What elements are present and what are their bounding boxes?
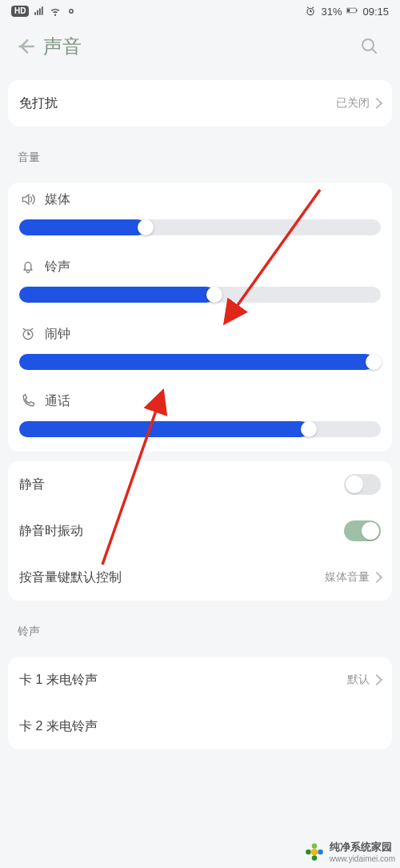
svg-point-10 [310, 848, 318, 855]
sim1-ringtone-label: 卡 1 来电铃声 [19, 672, 98, 689]
media-slider-thumb[interactable] [138, 219, 154, 235]
mute-toggle[interactable] [344, 474, 381, 495]
vibrate-mute-label: 静音时振动 [19, 523, 83, 540]
ringtone-card: 卡 1 来电铃声 默认 卡 2 来电铃声 [8, 657, 392, 749]
svg-point-11 [306, 849, 311, 854]
chevron-right-icon [371, 572, 382, 583]
ringtone-section-label: 铃声 [0, 610, 400, 647]
alarm-slider[interactable] [19, 354, 381, 370]
call-slider[interactable] [19, 421, 381, 437]
sim2-ringtone-row[interactable]: 卡 2 来电铃声 [19, 703, 381, 749]
phone-icon [19, 392, 37, 410]
alarm-slider-fill [19, 354, 374, 370]
vibrate-mute-toggle[interactable] [344, 520, 381, 541]
toggles-card: 静音 静音时振动 按音量键默认控制 媒体音量 [8, 461, 392, 601]
svg-rect-5 [347, 9, 350, 12]
page-header: 声音 [0, 22, 400, 70]
battery-percent: 31% [321, 6, 342, 18]
svg-point-12 [318, 849, 323, 854]
vol-key-row[interactable]: 按音量键默认控制 媒体音量 [19, 554, 381, 601]
alarm-slider-thumb[interactable] [366, 354, 382, 370]
status-right: 31% 09:15 [305, 6, 389, 18]
vol-key-label: 按音量键默认控制 [19, 569, 122, 586]
volume-media-label: 媒体 [45, 191, 70, 208]
volume-section-label: 音量 [0, 136, 400, 173]
vol-key-value: 媒体音量 [325, 570, 381, 585]
search-icon [360, 37, 379, 56]
sim1-ringtone-row[interactable]: 卡 1 来电铃声 默认 [19, 657, 381, 703]
volume-card: 媒体 铃声 闹钟 [8, 183, 392, 452]
chevron-right-icon [371, 674, 382, 685]
battery-icon [346, 6, 358, 17]
mute-row: 静音 [19, 461, 381, 508]
dnd-value: 已关闭 [336, 96, 381, 111]
alarm-icon [305, 6, 316, 17]
sim1-ringtone-value: 默认 [347, 673, 381, 687]
hd-badge: HD [11, 6, 29, 17]
volume-alarm-label: 闹钟 [45, 326, 70, 343]
watermark-url: www.yidaimei.com [330, 854, 395, 863]
dnd-label: 免打扰 [19, 95, 58, 112]
volume-call: 通话 [19, 384, 381, 452]
wifi-icon [50, 6, 61, 17]
search-button[interactable] [354, 30, 386, 62]
watermark: 纯净系统家园 www.yidaimei.com [304, 840, 395, 863]
dnd-card: 免打扰 已关闭 [8, 80, 392, 127]
clock: 09:15 [362, 6, 389, 18]
volume-alarm: 闹钟 [19, 317, 381, 384]
svg-rect-4 [357, 10, 358, 12]
back-button[interactable] [10, 30, 42, 62]
bell-icon [19, 258, 37, 275]
vibrate-mute-row: 静音时振动 [19, 508, 381, 554]
svg-point-14 [312, 855, 318, 861]
sim2-ringtone-label: 卡 2 来电铃声 [19, 718, 98, 735]
ring-slider-thumb[interactable] [206, 287, 222, 303]
mute-label: 静音 [19, 476, 45, 493]
svg-point-13 [312, 843, 318, 849]
volume-ring: 铃声 [19, 250, 381, 317]
watermark-logo-icon [304, 842, 325, 862]
volume-call-label: 通话 [45, 393, 70, 410]
chevron-right-icon [371, 98, 382, 109]
watermark-title: 纯净系统家园 [330, 840, 395, 854]
status-left: HD [11, 6, 77, 17]
volume-ring-label: 铃声 [45, 259, 70, 275]
signal-4g-icon [34, 6, 45, 17]
ring-slider-fill [19, 287, 214, 303]
svg-point-1 [70, 10, 73, 13]
volume-media: 媒体 [19, 183, 381, 250]
media-slider[interactable] [19, 219, 381, 235]
alarm-clock-icon [19, 325, 37, 343]
call-slider-thumb[interactable] [301, 421, 317, 437]
status-bar: HD 31% 09:15 [0, 0, 400, 22]
dnd-row[interactable]: 免打扰 已关闭 [19, 80, 381, 127]
eye-comfort-icon [66, 6, 77, 17]
call-slider-fill [19, 421, 309, 437]
screen: HD 31% 09:15 声音 [0, 0, 400, 868]
page-title: 声音 [43, 34, 82, 59]
volume-icon [19, 191, 37, 208]
ring-slider[interactable] [19, 287, 381, 303]
media-slider-fill [19, 219, 146, 235]
arrow-left-icon [15, 36, 36, 57]
